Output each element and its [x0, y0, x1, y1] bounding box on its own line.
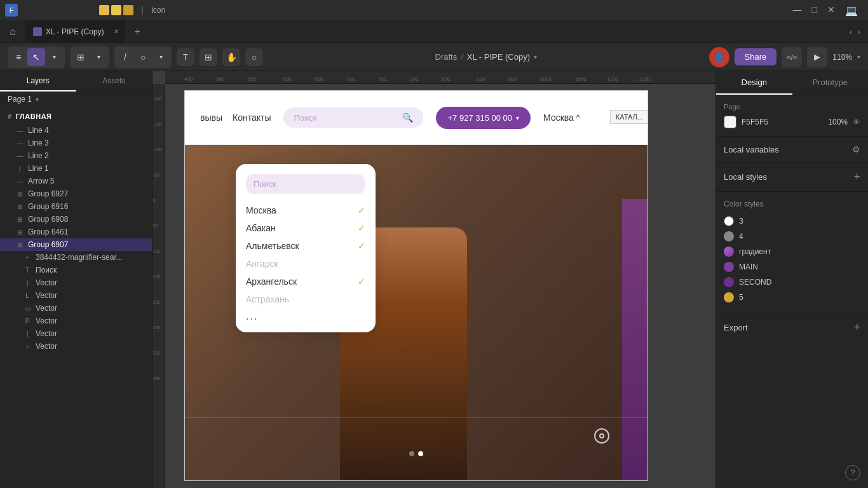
city-more-dots[interactable]: ... [246, 308, 365, 322]
play-button[interactable]: ▶ [807, 47, 827, 67]
frame-body: Поиск Москва ✓ Абакан ✓ Альметьевск [185, 145, 648, 481]
dropdown-search[interactable]: Поиск [246, 174, 365, 194]
local-variables-tune-icon[interactable]: ⚙ [852, 144, 860, 154]
city-selector[interactable]: Москва ^ [543, 112, 580, 123]
tabbar: ⌂ XL - PIPE (Copy) ✕ + ‹ › [0, 20, 868, 43]
layer-item-vector3[interactable]: ▭ Vector [0, 302, 152, 315]
city-name-moskva: Москва [246, 205, 276, 215]
eye-visibility-icon[interactable]: 👁 [853, 118, 860, 126]
layer-item-vector2[interactable]: L Vector [0, 289, 152, 302]
move-tool-button[interactable]: ✋ [222, 48, 240, 66]
layer-item-vector5[interactable]: | Vector [0, 327, 152, 340]
home-button[interactable]: ⌂ [0, 20, 25, 43]
ruler-mark-1150: 1150 [639, 76, 650, 82]
user-avatar: 👤 [709, 47, 729, 67]
shape-tool-button[interactable]: ○ [134, 48, 152, 66]
layer-item-group6907[interactable]: ⊞ Group 6907 [0, 238, 152, 251]
zoom-chevron[interactable]: ▾ [857, 53, 860, 60]
layer-item-magnifier[interactable]: + 3844432-magnifier-sear... [0, 251, 152, 264]
layer-item-vector4[interactable]: P Vector [0, 315, 152, 327]
page-color-row: F5F5F5 100% 👁 [724, 116, 860, 128]
layer-item-vector6[interactable]: ○ Vector [0, 340, 152, 353]
layer-item-line1[interactable]: | Line 1 [0, 162, 152, 175]
color-style-item-3[interactable]: 3 [724, 214, 860, 229]
city-item-angarsk[interactable]: Ангарск [246, 255, 365, 273]
color-style-item-4[interactable]: 4 [724, 229, 860, 244]
frame-tool-chevron[interactable]: ▾ [90, 48, 107, 66]
poisk-label: Поиск [36, 266, 144, 274]
vector3-icon: ▭ [23, 304, 32, 313]
city-item-moskva[interactable]: Москва ✓ [246, 201, 365, 219]
tab-left-arrow[interactable]: ‹ [850, 27, 853, 37]
export-add-icon[interactable]: + [853, 321, 860, 334]
magnifier-icon: + [23, 253, 32, 262]
minimize-button[interactable]: — [793, 4, 802, 17]
design-tab[interactable]: Design [716, 71, 792, 95]
new-tab-button[interactable]: + [127, 20, 147, 43]
page-selector[interactable]: Page 1 ▾ [0, 92, 152, 106]
ruler-mark-550: 550 [248, 76, 256, 82]
city-item-almetevsk[interactable]: Альметьевск ✓ [246, 237, 365, 255]
layer-item-line4[interactable]: — Line 4 [0, 124, 152, 137]
color-style-item-5[interactable]: 5 [724, 290, 860, 305]
breadcrumb-drafts[interactable]: Drafts [435, 52, 458, 62]
component-tool-button[interactable]: ⊞ [200, 48, 217, 66]
comment-tool-button[interactable]: ○ [245, 48, 263, 66]
page-color-box[interactable] [724, 116, 736, 128]
city-item-astrakhan[interactable]: Астрахань [246, 290, 365, 308]
layers-tab[interactable]: Layers [0, 71, 76, 92]
share-button[interactable]: Share [735, 48, 777, 65]
purple-strip [622, 199, 648, 481]
frame-tool-button[interactable]: ⊞ [72, 48, 90, 66]
canvas[interactable]: 450 500 550 600 650 700 750 800 850 900 … [153, 71, 715, 488]
dot-2-active[interactable] [418, 451, 423, 456]
nav-links: вывы Контакты [200, 112, 271, 123]
local-styles-section: Local styles + [716, 163, 868, 192]
layer-item-group6461[interactable]: ⊞ Group 6461 [0, 226, 152, 238]
menu-tool-button[interactable]: ≡ [10, 48, 27, 66]
pen-tool-button[interactable]: / [116, 48, 134, 66]
export-section: Export + [716, 313, 868, 342]
local-variables-row: Local variables ⚙ [724, 144, 860, 154]
code-view-button[interactable]: </> [782, 47, 802, 67]
select-tool-button[interactable]: ↖ [27, 48, 45, 66]
layer-item-group6916[interactable]: ⊞ Group 6916 [0, 200, 152, 213]
close-button[interactable]: ✕ [827, 4, 835, 17]
shape-tool-chevron[interactable]: ▾ [152, 48, 170, 66]
dot-1[interactable] [409, 451, 414, 456]
layer-item-vector1[interactable]: | Vector [0, 276, 152, 289]
assets-tab[interactable]: Assets [76, 71, 153, 92]
tab-right-arrow[interactable]: › [857, 27, 860, 37]
layer-item-line2[interactable]: — Line 2 [0, 149, 152, 162]
layer-item-group6908[interactable]: ⊞ Group 6908 [0, 213, 152, 226]
group6461-label: Group 6461 [28, 227, 144, 236]
text-tool-button[interactable]: T [177, 48, 194, 66]
active-tab[interactable]: XL - PIPE (Copy) ✕ [25, 20, 127, 43]
local-styles-add-icon[interactable]: + [853, 170, 860, 184]
layer-item-line3[interactable]: — Line 3 [0, 137, 152, 149]
svg-text:F: F [10, 6, 14, 14]
color-label-main: MAIN [739, 262, 758, 271]
ruler-mark-950: 950 [508, 76, 517, 82]
phone-button[interactable]: +7 927 315 00 00 ▾ [436, 107, 531, 129]
city-item-abakan[interactable]: Абакан ✓ [246, 219, 365, 237]
tab-close-button[interactable]: ✕ [114, 28, 119, 35]
city-check-almetevsk: ✓ [358, 241, 365, 251]
color-style-item-second[interactable]: SECOND [724, 274, 860, 290]
city-item-archangelsk[interactable]: Архангельск ✓ [246, 273, 365, 290]
color-style-item-gradient[interactable]: градиент [724, 244, 860, 259]
page-chevron[interactable]: ▾ [36, 96, 39, 103]
layer-item-poisk[interactable]: T Поиск [0, 264, 152, 276]
help-button[interactable]: ? [845, 465, 860, 480]
breadcrumb-chevron[interactable]: ▾ [534, 53, 537, 60]
color-style-item-main[interactable]: MAIN [724, 259, 860, 274]
line1-label: Line 1 [28, 164, 144, 173]
layer-item-arrow5[interactable]: — Arrow 5 [0, 175, 152, 187]
prototype-tab[interactable]: Prototype [792, 71, 869, 95]
layer-item-group6927[interactable]: ⊞ Group 6927 [0, 187, 152, 200]
zoom-level[interactable]: 110% [832, 53, 852, 62]
restore-button[interactable]: □ [812, 4, 817, 17]
select-tool-chevron[interactable]: ▾ [45, 48, 63, 66]
breadcrumb-file[interactable]: XL - PIPE (Copy) [467, 52, 530, 62]
search-bar[interactable]: Поиск 🔍 [283, 107, 423, 128]
